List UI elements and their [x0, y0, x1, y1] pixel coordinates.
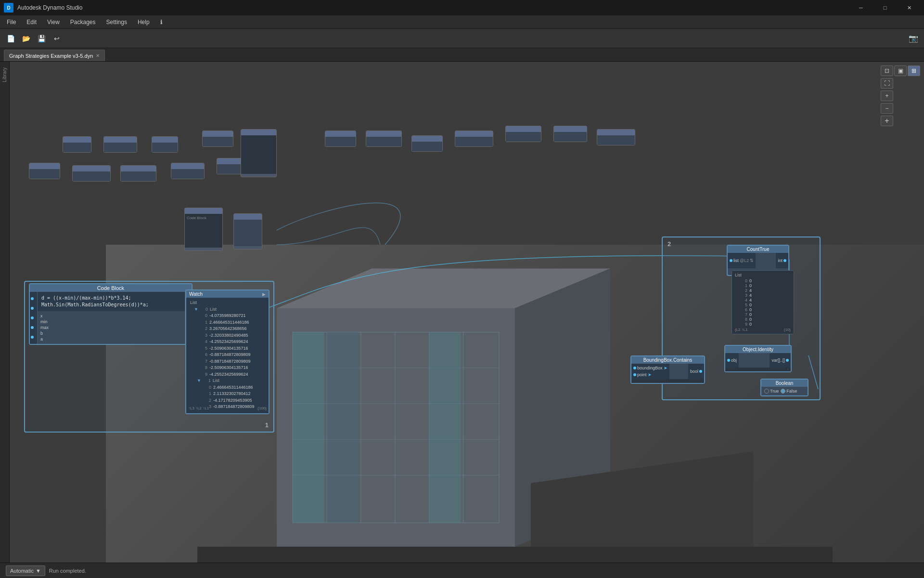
tab-bar: Graph Strategies Example v3-5.dyn ✕ — [0, 48, 924, 62]
bg-node-9 — [505, 126, 541, 142]
canvas-area[interactable]: ⊡ ▣ ⊞ ⛶ + − + Code Block — [10, 62, 924, 563]
watch-sublist-0: ▼ 0 List 0-4.0735989280721 12.4666453114… — [189, 306, 266, 410]
code-line-1: d = ((x-min)/(max-min))*b*3.14; — [41, 295, 181, 302]
object-identity-footer: ↑ — [725, 368, 791, 371]
undo-button[interactable]: ↩ — [50, 32, 64, 45]
watch-node[interactable]: Watch ▶ List ▼ 0 List 0-4.0735989280721 … — [185, 289, 270, 414]
save-button[interactable]: 💾 — [35, 32, 48, 45]
list-item-1-2: 2-4.17178209453905 — [203, 397, 266, 404]
bg-node-4 — [202, 131, 233, 147]
close-button[interactable]: ✕ — [898, 0, 920, 15]
menu-edit[interactable]: Edit — [22, 17, 41, 27]
output-4: 44 — [739, 298, 791, 302]
object-identity-body: obj var[]..[] — [725, 353, 791, 368]
object-identity-node[interactable]: Object.Identity obj var[]..[] ↑ — [724, 345, 792, 372]
zoom-plus-button[interactable]: + — [881, 116, 893, 126]
open-button[interactable]: 📂 — [19, 32, 33, 45]
bg-node-12 — [29, 163, 60, 179]
boolean-header: Boolean — [761, 380, 808, 387]
port-obj-in — [727, 359, 730, 362]
view-controls: ⊡ ▣ ⊞ ⛶ + − + — [881, 66, 920, 126]
zoom-out-button[interactable]: − — [881, 103, 893, 114]
watch-footer: ↑L3 ↑L2 ↑L1 {100} — [188, 406, 267, 411]
camera-button[interactable]: 📷 — [907, 32, 920, 45]
menu-packages[interactable]: Packages — [65, 17, 101, 27]
list-item-2: 23.26705642368656 — [199, 326, 266, 332]
run-mode-dropdown[interactable]: Automatic ▼ — [6, 565, 45, 576]
count-true-header: CountTrue — [728, 246, 788, 253]
status-bar: Automatic ▼ Run completed. — [0, 563, 924, 578]
list-item-7: 7-0.887184872809809 — [199, 358, 266, 365]
tab-graph[interactable]: Graph Strategies Example v3-5.dyn ✕ — [4, 50, 105, 61]
tab-label: Graph Strategies Example v3-5.dyn — [9, 53, 93, 59]
library-tab[interactable]: Library — [1, 64, 8, 86]
port-int-out — [783, 259, 786, 262]
bg-node-11 — [597, 129, 635, 145]
bg-node-6 — [366, 131, 402, 147]
svg-marker-17 — [197, 547, 833, 563]
main-area: Library ⊡ ▣ ⊞ ⛶ + − + — [0, 62, 924, 563]
bg-node-5 — [325, 131, 356, 147]
menu-file[interactable]: File — [2, 17, 21, 27]
list-item-6: 6-0.887184872809809 — [199, 352, 266, 358]
restore-button[interactable]: □ — [874, 0, 896, 15]
radio-false[interactable] — [781, 389, 785, 394]
minimize-button[interactable]: ─ — [850, 0, 872, 15]
view-toggle-row: ⊡ ▣ ⊞ — [881, 66, 920, 76]
menu-info[interactable]: ℹ — [155, 17, 167, 27]
list-item-3: 3-2.32033802490485 — [199, 332, 266, 339]
view-split-button[interactable]: ⊞ — [908, 66, 920, 76]
new-file-button[interactable]: 📄 — [4, 32, 17, 45]
output-6: 60 — [739, 307, 791, 312]
port-min — [31, 307, 34, 310]
watch-sublist-0-header: ▼ 0 List — [193, 306, 266, 313]
bg-node-13 — [72, 165, 111, 182]
menu-view[interactable]: View — [42, 17, 64, 27]
bg-node-watch-small — [233, 213, 262, 250]
boolean-node[interactable]: Boolean True False — [760, 379, 808, 396]
list-item-0: 0-4.0735989280721 — [199, 313, 266, 319]
bg-node-8 — [455, 131, 493, 147]
boolean-body: True False — [761, 387, 808, 395]
tab-close-button[interactable]: ✕ — [96, 53, 100, 58]
count-true-body: list @L2 ⇅ int — [728, 253, 788, 268]
list-output-items: 00 10 24 34 44 50 60 70 80 90 — [735, 278, 791, 327]
bg-node-7 — [411, 135, 443, 152]
watch-sublist-0-items: 0-4.0735989280721 12.4666453114461​86 23… — [193, 313, 266, 378]
port-row-min: min — [40, 319, 182, 325]
port-list-in — [730, 259, 732, 262]
view-2d-button[interactable]: ⊡ — [881, 66, 893, 76]
window-controls: ─ □ ✕ — [850, 0, 920, 15]
output-5: 50 — [739, 302, 791, 307]
view-3d-button[interactable]: ▣ — [894, 66, 907, 76]
output-7: 70 — [739, 312, 791, 317]
output-3: 34 — [739, 293, 791, 298]
output-0: 00 — [739, 278, 791, 283]
list-item-4: 4-4.25523425699624 — [199, 339, 266, 345]
code-line-2: Math.Sin(Math.RadiansToDegrees(d))*a; — [41, 302, 181, 308]
bounding-box-header: BoundingBox.Contains — [631, 356, 704, 364]
watch-content: List ▼ 0 List 0-4.0735989280721 12.46664… — [186, 298, 269, 413]
bg-node-3 — [152, 136, 178, 153]
output-9: 90 — [739, 322, 791, 327]
radio-true[interactable] — [764, 389, 769, 394]
list-item-1-1: 12.11332302780412 — [203, 391, 266, 397]
list-output-footer: {L2 ↑L1 {10} — [735, 328, 791, 332]
svg-rect-16 — [429, 332, 461, 523]
fit-view-button[interactable]: ⛶ — [881, 78, 893, 89]
code-block-header: Code Block — [30, 284, 192, 292]
menu-help[interactable]: Help — [133, 17, 154, 27]
list-item-9: 9-4.25523425699624 — [199, 371, 266, 378]
code-block-node[interactable]: Code Block d = ((x-min)/(max-min))*b*3.1… — [29, 283, 192, 345]
menu-settings[interactable]: Settings — [102, 17, 132, 27]
bounding-box-node[interactable]: BoundingBox.Contains boundingBox ➤ point… — [630, 355, 705, 384]
svg-rect-15 — [327, 332, 359, 523]
output-2: 24 — [739, 288, 791, 293]
list-output-body: List 00 10 24 34 44 50 60 70 80 90 {L2 ↑… — [732, 271, 794, 334]
zoom-in-button[interactable]: + — [881, 91, 893, 101]
code-ports: x min max b a — [38, 311, 185, 344]
watch-sublist-1-header: ▼ 1 List — [193, 378, 266, 384]
port-x — [31, 297, 34, 300]
bounding-box-body: boundingBox ➤ point ➤ bool — [631, 364, 704, 379]
port-row-b: b — [40, 330, 182, 336]
